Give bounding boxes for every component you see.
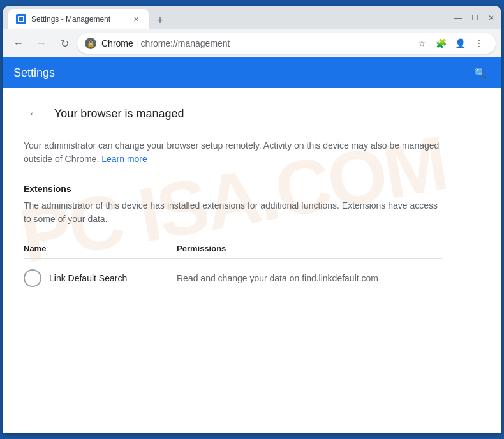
site-favicon: 🔒 [85,38,96,49]
bookmark-button[interactable]: ☆ [413,34,431,52]
address-path: chrome://management [140,38,230,48]
title-bar: Settings - Management ✕ + — ☐ ✕ [3,6,501,29]
settings-search-button[interactable]: 🔍 [470,63,491,83]
tab-area: Settings - Management ✕ + [8,6,448,29]
name-column-header: Name [24,244,177,253]
extension-permissions: Read and change your data on find.linkde… [177,273,442,283]
learn-more-link[interactable]: Learn more [101,154,147,164]
close-button[interactable]: ✕ [487,13,496,22]
address-actions: ☆ 🧩 👤 ⋮ [413,34,488,52]
tab-favicon-inner [18,16,24,22]
extensions-section-title: Extensions [24,184,442,194]
tab-favicon [16,14,26,24]
managed-description: Your administrator can change your brows… [24,139,442,166]
extension-name: Link Default Search [49,273,127,283]
settings-header: Settings 🔍 [3,57,501,88]
browser-window: Settings - Management ✕ + — ☐ ✕ ← → ↻ 🔒 … [3,6,501,433]
address-domain: Chrome [101,38,133,48]
new-tab-button[interactable]: + [151,11,169,29]
tab-close-button[interactable]: ✕ [131,14,141,24]
back-button[interactable]: ← [8,33,29,54]
address-bar[interactable]: 🔒 Chrome|chrome://management ☆ 🧩 👤 ⋮ [77,33,496,54]
extension-name-cell: Link Default Search [24,269,177,287]
address-text: Chrome|chrome://management [101,38,408,48]
refresh-button[interactable]: ↻ [54,33,75,54]
permissions-column-header: Permissions [177,244,442,253]
maximize-button[interactable]: ☐ [470,13,479,22]
active-tab[interactable]: Settings - Management ✕ [8,9,149,29]
forward-button[interactable]: → [31,33,52,54]
extensions-button[interactable]: 🧩 [432,34,450,52]
page-inner: ← Your browser is managed Your administr… [24,103,442,295]
navigation-bar: ← → ↻ 🔒 Chrome|chrome://management ☆ 🧩 👤… [3,29,501,57]
menu-button[interactable]: ⋮ [470,34,488,52]
page-content: PC ISA.COM ← Your browser is managed You… [3,88,463,310]
window-controls: — ☐ ✕ [454,13,496,22]
extensions-section-description: The administrator of this device has ins… [24,199,442,226]
extension-icon [24,269,41,287]
page-title: Your browser is managed [54,107,184,121]
settings-title: Settings [13,66,55,80]
minimize-button[interactable]: — [454,13,463,22]
page-header: ← Your browser is managed [24,103,442,124]
page-back-button[interactable]: ← [24,103,44,124]
tab-title: Settings - Management [31,15,126,24]
address-separator: | [136,38,138,48]
content-area: PC ISA.COM ← Your browser is managed You… [3,88,501,433]
table-row: Link Default Search Read and change your… [24,262,442,295]
extensions-table-header: Name Permissions [24,239,442,259]
account-button[interactable]: 👤 [451,34,469,52]
